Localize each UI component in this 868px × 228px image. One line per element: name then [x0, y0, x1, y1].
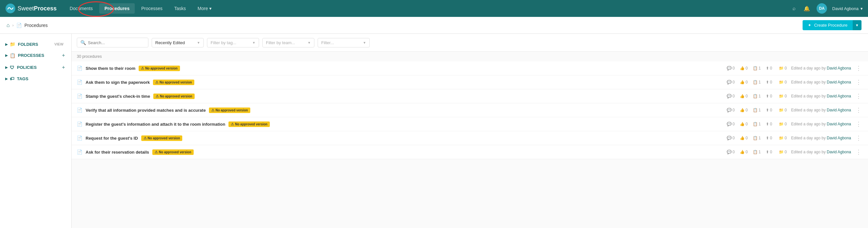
editor-link[interactable]: David Agbona [827, 94, 851, 99]
sidebar-label-folders: FOLDERS [18, 42, 54, 47]
editor-link[interactable]: David Agbona [827, 66, 851, 71]
nav-documents[interactable]: Documents [64, 3, 98, 14]
recently-edited-label: Recently Edited [155, 40, 185, 45]
likes-count: 0 [746, 108, 748, 112]
procedure-title[interactable]: Ask them to sign the paperwork [86, 80, 150, 85]
comments-stat: 💬 0 [727, 122, 736, 126]
procedure-menu-button[interactable]: ⋮ [854, 148, 863, 156]
editor-link[interactable]: David Agbona [827, 122, 851, 126]
up-icon: ⬆ [766, 80, 769, 84]
version-icon: 📋 [753, 136, 758, 140]
procedure-title[interactable]: Ask for their reservation details [86, 150, 149, 155]
logo[interactable]: SweetProcess [5, 3, 57, 14]
editor-link[interactable]: David Agbona [827, 108, 851, 112]
up-count: 0 [770, 150, 772, 154]
up-stat: ⬆ 0 [766, 94, 775, 99]
search-icon: 🔍 [81, 40, 86, 45]
procedure-title[interactable]: Show them to their room [86, 66, 135, 71]
document-icon: 📄 [77, 93, 82, 99]
chevron-right-icon: ▶ [5, 43, 8, 46]
nav-tasks[interactable]: Tasks [169, 3, 191, 14]
procedure-menu-button[interactable]: ⋮ [854, 79, 863, 86]
filter-dropdown[interactable]: Filter... ▼ [318, 38, 370, 47]
sidebar-item-tags[interactable]: ▶ 🏷 TAGS [0, 73, 71, 84]
comment-icon: 💬 [727, 122, 732, 126]
user-menu[interactable]: David Agbona ▾ [832, 6, 863, 11]
procedure-title[interactable]: Stamp the guest's check-in time [86, 94, 150, 99]
document-icon: 📄 [77, 121, 82, 127]
avatar[interactable]: DA [816, 3, 827, 14]
home-icon[interactable]: ⌂ [6, 23, 10, 28]
procedure-menu-button[interactable]: ⋮ [854, 135, 863, 142]
up-count: 0 [770, 122, 772, 126]
editor-link[interactable]: David Agbona [827, 80, 851, 84]
edited-info: Edited a day ago by David Agbona [791, 136, 851, 140]
procedure-menu-button[interactable]: ⋮ [854, 65, 863, 72]
comments-stat: 💬 0 [727, 136, 736, 140]
editor-link[interactable]: David Agbona [827, 150, 851, 154]
procedure-title[interactable]: Register the guest's information and att… [86, 122, 225, 127]
document-icon: 📄 [77, 80, 82, 85]
versions-stat: 📋 1 [753, 136, 762, 140]
nav-more[interactable]: More ▾ [192, 3, 217, 14]
nav-processes[interactable]: Processes [136, 3, 167, 14]
like-icon: 👍 [740, 94, 745, 99]
document-icon: 📄 [77, 108, 82, 113]
editor-link[interactable]: David Agbona [827, 136, 851, 140]
files-stat: 📁 0 [779, 108, 788, 112]
processes-icon: 📋 [10, 53, 15, 58]
warning-icon: ⚠ [155, 80, 158, 84]
bell-icon[interactable]: 🔔 [802, 4, 811, 13]
like-icon: 👍 [740, 150, 745, 154]
create-procedure-button[interactable]: ✦ Create Procedure [803, 20, 853, 30]
table-row: 📄 Show them to their room ⚠ No approved … [71, 62, 868, 75]
search-box[interactable]: 🔍 [77, 38, 148, 47]
folder-icon: 📁 [10, 42, 15, 47]
versions-count: 1 [758, 122, 761, 126]
nav-right-actions: ⌕ 🔔 DA David Agbona ▾ [791, 3, 863, 14]
versions-count: 1 [758, 136, 761, 140]
procedures-count: 30 procedures [71, 52, 868, 62]
sidebar-label-processes: PROCESSES [18, 53, 61, 58]
main-layout: ▶ 📁 FOLDERS VIEW ▶ 📋 PROCESSES ＋ ▶ 🛡 POL… [0, 34, 868, 228]
comment-icon: 💬 [727, 66, 732, 71]
procedure-title[interactable]: Request for the guest's ID [86, 136, 138, 141]
sidebar-item-processes[interactable]: ▶ 📋 PROCESSES ＋ [0, 49, 71, 62]
no-approved-badge: ⚠ No approved version [228, 121, 270, 127]
sidebar-item-policies[interactable]: ▶ 🛡 POLICIES ＋ [0, 62, 71, 73]
sidebar-label-policies: POLICIES [17, 65, 61, 70]
no-approved-badge: ⚠ No approved version [209, 108, 250, 113]
procedure-menu-button[interactable]: ⋮ [854, 107, 863, 114]
add-process-button[interactable]: ＋ [61, 52, 66, 59]
likes-stat: 👍 0 [740, 80, 749, 84]
create-procedure-dropdown[interactable]: ▾ [853, 20, 862, 30]
page-icon: 📄 [16, 23, 22, 28]
versions-stat: 📋 1 [753, 66, 762, 71]
likes-count: 0 [746, 136, 748, 140]
search-icon[interactable]: ⌕ [791, 4, 797, 13]
likes-count: 0 [746, 94, 748, 99]
procedure-title[interactable]: Verify that all information provided mat… [86, 108, 206, 113]
breadcrumb-separator: › [12, 23, 14, 28]
files-icon: 📁 [779, 136, 784, 140]
nav-links: Documents Procedures Processes Tasks Mor… [64, 3, 791, 14]
breadcrumb: ⌂ › 📄 Procedures [6, 23, 48, 28]
files-icon: 📁 [779, 80, 784, 84]
likes-count: 0 [746, 122, 748, 126]
like-icon: 👍 [740, 108, 745, 112]
content-area: 🔍 Recently Edited ▼ Filter by tag... ▼ F… [71, 34, 868, 228]
up-count: 0 [770, 108, 772, 112]
recently-edited-dropdown[interactable]: Recently Edited ▼ [152, 38, 204, 47]
comments-count: 0 [733, 108, 735, 112]
filter-by-tag-dropdown[interactable]: Filter by tag... ▼ [207, 38, 259, 47]
nav-procedures[interactable]: Procedures [99, 3, 135, 14]
filter-by-team-dropdown[interactable]: Filter by team... ▼ [262, 38, 314, 47]
procedure-menu-button[interactable]: ⋮ [854, 120, 863, 128]
likes-stat: 👍 0 [740, 108, 749, 112]
search-input[interactable] [88, 40, 145, 45]
add-policy-button[interactable]: ＋ [61, 64, 66, 71]
likes-stat: 👍 0 [740, 122, 749, 126]
sidebar-item-folders[interactable]: ▶ 📁 FOLDERS VIEW [0, 39, 71, 49]
procedure-menu-button[interactable]: ⋮ [854, 92, 863, 100]
create-procedure-area: ✦ Create Procedure ▾ [803, 20, 862, 30]
